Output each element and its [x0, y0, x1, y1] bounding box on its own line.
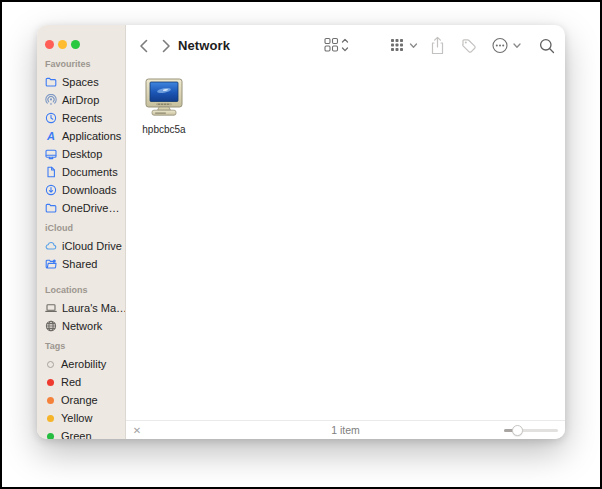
sidebar-item-label: Desktop: [62, 148, 102, 160]
group-button[interactable]: [390, 37, 418, 53]
ellipsis-circle-icon: [492, 37, 522, 54]
screenshot-canvas: { "window": { "title": "Network", "traff…: [0, 0, 602, 489]
sidebar-item-label: Green: [61, 430, 92, 439]
window-title: Network: [178, 25, 230, 65]
search-button[interactable]: [538, 37, 555, 54]
sidebar-item-tag-orange[interactable]: Orange: [37, 391, 125, 409]
tag-circle-icon: [47, 415, 54, 422]
share-icon: [430, 36, 445, 55]
section-header-favourites: Favourites: [37, 55, 125, 73]
file-item-hpbcbc5a[interactable]: hpbcbc5a: [138, 78, 190, 135]
sidebar-item-label: Spaces: [62, 76, 99, 88]
sidebar-item-label: Documents: [62, 166, 118, 178]
slider-knob[interactable]: [512, 425, 523, 436]
sidebar-item-label: Orange: [61, 394, 98, 406]
globe-icon: [45, 320, 57, 332]
close-button[interactable]: [45, 40, 54, 49]
sidebar-item-label: Aerobility: [61, 358, 106, 370]
airdrop-icon: [45, 94, 57, 106]
search-icon: [539, 38, 555, 54]
laptop-icon: [45, 302, 57, 314]
folder-icon: [45, 76, 57, 88]
tag-circle-icon: [47, 379, 54, 386]
sidebar-item-label: AirDrop: [62, 94, 99, 106]
section-header-icloud: iCloud: [37, 219, 125, 237]
section-header-locations: Locations: [37, 281, 125, 299]
chevron-left-icon: [139, 39, 148, 53]
toolbar: Network: [126, 25, 565, 65]
sidebar-item-label: Laura's Ma…: [62, 302, 125, 314]
tag-circle-icon: [47, 361, 54, 368]
sidebar-item-label: Yellow: [61, 412, 92, 424]
sidebar-item-label: Red: [61, 376, 81, 388]
clock-icon: [45, 112, 57, 124]
tag-button[interactable]: [460, 37, 477, 54]
finder-window: Favourites Spaces AirDrop Recents A Appl…: [37, 25, 565, 439]
tag-circle-icon: [47, 397, 54, 404]
sidebar-item-airdrop[interactable]: AirDrop: [37, 91, 125, 109]
sidebar-item-tag-green[interactable]: Green: [37, 427, 125, 439]
folder-icon: [45, 202, 57, 214]
back-button[interactable]: [135, 38, 151, 54]
svg-text:A: A: [46, 130, 55, 142]
sidebar-item-label: Downloads: [62, 184, 116, 196]
sidebar-item-recents[interactable]: Recents: [37, 109, 125, 127]
minimize-button[interactable]: [58, 40, 67, 49]
share-button[interactable]: [429, 35, 445, 55]
chevron-right-icon: [162, 39, 171, 53]
view-switcher-button[interactable]: [324, 37, 350, 53]
sidebar-item-label: OneDrive…: [62, 202, 119, 214]
sidebar-item-tag-yellow[interactable]: Yellow: [37, 409, 125, 427]
cloud-icon: [45, 240, 57, 252]
sidebar-item-documents[interactable]: Documents: [37, 163, 125, 181]
sidebar-item-desktop[interactable]: Desktop: [37, 145, 125, 163]
sidebar: Favourites Spaces AirDrop Recents A Appl…: [37, 25, 126, 439]
sidebar-item-tag-red[interactable]: Red: [37, 373, 125, 391]
sidebar-item-network[interactable]: Network: [37, 317, 125, 335]
item-count-label: 1 item: [126, 421, 565, 439]
status-bar: ✕ 1 item: [126, 420, 565, 439]
more-options-button[interactable]: [492, 37, 522, 54]
desktop-icon: [45, 148, 57, 160]
sidebar-item-label: Shared: [62, 258, 97, 270]
chevron-down-icon: [514, 44, 520, 47]
sidebar-item-lauras-mac[interactable]: Laura's Ma…: [37, 299, 125, 317]
sidebar-item-label: Applications: [62, 130, 121, 142]
zoom-button[interactable]: [71, 40, 80, 49]
file-label: hpbcbc5a: [138, 124, 190, 135]
sidebar-item-tag-aerobility[interactable]: Aerobility: [37, 355, 125, 373]
sidebar-item-label: iCloud Drive: [62, 240, 122, 252]
tag-icon: [461, 38, 477, 54]
sidebar-item-shared[interactable]: Shared: [37, 255, 125, 273]
sidebar-item-label: Recents: [62, 112, 102, 124]
group-by-icon: [390, 37, 418, 53]
sidebar-item-onedrive[interactable]: OneDrive…: [37, 199, 125, 217]
downloads-icon: [45, 184, 57, 196]
tag-circle-icon: [47, 433, 54, 440]
sidebar-item-spaces[interactable]: Spaces: [37, 73, 125, 91]
sidebar-list: Favourites Spaces AirDrop Recents A Appl…: [37, 55, 125, 439]
shared-folder-icon: [45, 258, 57, 270]
sidebar-item-label: Network: [62, 320, 102, 332]
forward-button[interactable]: [158, 38, 174, 54]
icon-size-slider[interactable]: [504, 421, 558, 439]
sidebar-item-applications[interactable]: A Applications: [37, 127, 125, 145]
network-computer-icon: [143, 78, 185, 118]
chevron-down-icon: [411, 44, 417, 47]
main-content: hpbcbc5a: [126, 65, 565, 420]
icon-view-grid-icon: [324, 37, 350, 53]
section-header-tags: Tags: [37, 337, 125, 355]
traffic-lights: [45, 40, 80, 49]
applications-icon: A: [45, 130, 57, 142]
sidebar-item-icloud-drive[interactable]: iCloud Drive: [37, 237, 125, 255]
sidebar-item-downloads[interactable]: Downloads: [37, 181, 125, 199]
document-icon: [45, 166, 57, 178]
